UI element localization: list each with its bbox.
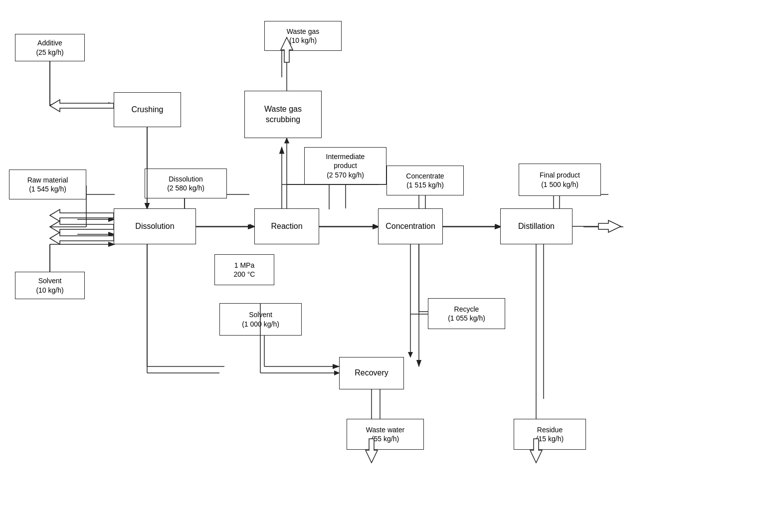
recycle-box: Recycle(1 055 kg/h): [428, 298, 505, 329]
additive-label: Additive(25 kg/h): [36, 38, 63, 56]
distillation-box: Distillation: [500, 208, 573, 244]
waste-gas-scrubbing-box: Waste gasscrubbing: [244, 91, 322, 138]
concentration-box: Concentration: [378, 208, 443, 244]
dissolution-label-process: Dissolution: [135, 221, 174, 232]
raw-material-box: Raw material(1 545 kg/h): [9, 170, 86, 199]
reaction-conditions-label: 1 MPa200 °C: [234, 261, 255, 279]
reaction-label: Reaction: [271, 221, 302, 232]
reaction-box: Reaction: [254, 208, 319, 244]
solvent-top-box: Solvent(10 kg/h): [15, 272, 85, 299]
dissolution-box: Dissolution: [114, 208, 196, 244]
additive-box: Additive(25 kg/h): [15, 34, 85, 61]
recycle-label: Recycle(1 055 kg/h): [448, 305, 485, 323]
crushing-box: Crushing: [114, 92, 181, 127]
arrows-svg: [0, 0, 766, 532]
recovery-box: Recovery: [339, 357, 404, 389]
diagram-container: Additive(25 kg/h) Crushing Raw material(…: [0, 0, 766, 532]
intermediate-product-box: Intermediateproduct(2 570 kg/h): [304, 147, 386, 184]
waste-gas-box: Waste gas(10 kg/h): [264, 21, 342, 51]
waste-gas-scrubbing-label: Waste gasscrubbing: [264, 104, 302, 125]
waste-gas-label: Waste gas(10 kg/h): [287, 27, 320, 45]
intermediate-product-label: Intermediateproduct(2 570 kg/h): [326, 152, 365, 179]
final-product-label: Final product(1 500 kg/h): [540, 171, 580, 188]
dissolution-label-text: Dissolution(2 580 kg/h): [167, 175, 204, 192]
concentrate-label: Concentrate(1 515 kg/h): [406, 172, 444, 189]
residue-label: Residue(15 kg/h): [536, 425, 564, 443]
raw-material-label: Raw material(1 545 kg/h): [27, 176, 68, 193]
concentration-label: Concentration: [385, 221, 435, 232]
distillation-label: Distillation: [518, 221, 555, 232]
waste-water-box: Waste water(55 kg/h): [347, 419, 424, 450]
dissolution-label-box: Dissolution(2 580 kg/h): [145, 169, 227, 198]
solvent-bottom-label: Solvent(1 000 kg/h): [242, 310, 279, 328]
concentrate-box: Concentrate(1 515 kg/h): [386, 166, 464, 195]
crushing-label: Crushing: [131, 105, 163, 115]
solvent-top-label: Solvent(10 kg/h): [36, 276, 63, 294]
waste-water-label: Waste water(55 kg/h): [366, 425, 404, 443]
reaction-conditions-box: 1 MPa200 °C: [214, 254, 274, 285]
residue-box: Residue(15 kg/h): [514, 419, 586, 450]
recovery-label: Recovery: [355, 368, 388, 378]
final-product-box: Final product(1 500 kg/h): [519, 164, 601, 196]
solvent-bottom-box: Solvent(1 000 kg/h): [219, 303, 302, 336]
